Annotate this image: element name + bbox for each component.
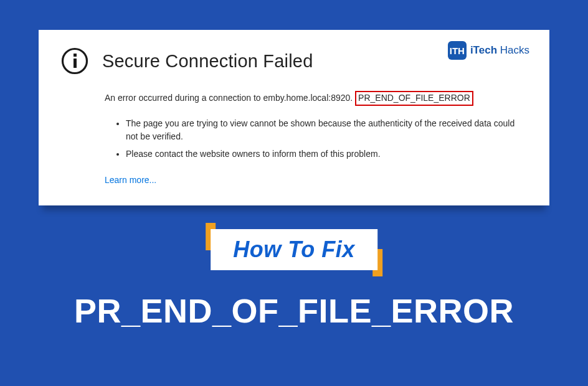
headline-error-code: PR_END_OF_FILE_ERROR xyxy=(0,291,588,330)
error-title: Secure Connection Failed xyxy=(102,51,313,72)
error-message: An error occurred during a connection to… xyxy=(105,91,473,106)
how-to-fix-banner: How To Fix xyxy=(211,229,377,270)
brand-logo: ITH iTech Hacks xyxy=(448,41,529,60)
logo-badge: ITH xyxy=(448,41,467,60)
error-bullets: The page you are trying to view cannot b… xyxy=(126,117,524,161)
error-code-highlight: PR_END_OF_FILE_ERROR xyxy=(355,91,473,106)
error-message-pre: An error occurred during a connection to… xyxy=(105,93,355,103)
error-bullet-1: The page you are trying to view cannot b… xyxy=(126,117,524,144)
logo-text: iTech Hacks xyxy=(470,44,529,57)
banner-label: How To Fix xyxy=(233,237,355,262)
error-card: ITH iTech Hacks Secure Connection Failed… xyxy=(39,30,549,205)
error-bullet-2: Please contact the website owners to inf… xyxy=(126,148,524,161)
info-icon xyxy=(61,47,88,75)
learn-more-link[interactable]: Learn more... xyxy=(105,175,156,185)
